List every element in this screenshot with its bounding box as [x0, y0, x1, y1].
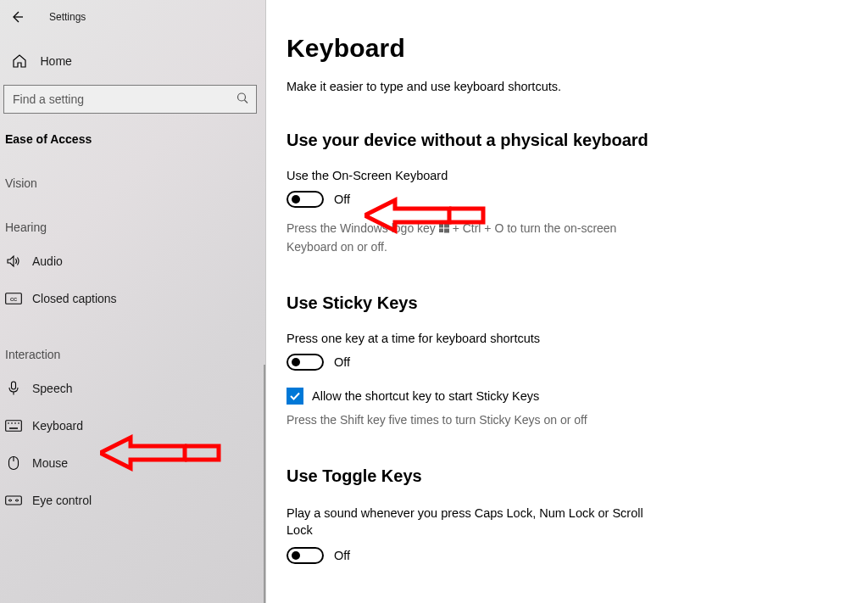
arrow-left-icon — [10, 10, 24, 24]
nav-home-label: Home — [41, 54, 72, 68]
main-panel: Keyboard Make it easier to type and use … — [266, 0, 868, 603]
nav-mouse[interactable]: Mouse — [0, 444, 265, 482]
togglekeys-label: Play a sound whenever you press Caps Loc… — [287, 505, 659, 539]
svg-text:cc: cc — [10, 295, 17, 303]
sidebar-category: Ease of Access — [0, 132, 265, 146]
svg-point-0 — [238, 93, 246, 101]
window-title: Settings — [49, 11, 86, 23]
sticky-toggle[interactable] — [287, 354, 324, 371]
sidebar-divider — [264, 365, 265, 603]
search-input-wrap[interactable] — [3, 85, 257, 114]
svg-rect-17 — [439, 224, 443, 228]
nav-label: Closed captions — [32, 292, 117, 305]
section-heading-osk: Use your device without a physical keybo… — [287, 131, 848, 150]
section-heading-togglekeys: Use Toggle Keys — [287, 466, 848, 486]
nav-label: Speech — [32, 382, 72, 395]
nav-label: Audio — [32, 254, 63, 268]
svg-rect-6 — [6, 421, 22, 432]
sidebar-group-vision: Vision — [0, 176, 265, 190]
cc-icon: cc — [5, 293, 22, 304]
nav-speech[interactable]: Speech — [0, 370, 265, 407]
nav-label: Keyboard — [32, 419, 83, 433]
nav-label: Eye control — [32, 494, 92, 507]
microphone-icon — [5, 381, 22, 396]
nav-eye-control[interactable]: Eye control — [0, 482, 265, 519]
sticky-label: Press one key at a time for keyboard sho… — [287, 332, 848, 345]
page-title: Keyboard — [287, 34, 848, 63]
osk-hint: Press the Windows logo key + Ctrl + O to… — [287, 220, 659, 256]
mouse-icon — [5, 455, 22, 471]
nav-home[interactable]: Home — [0, 44, 265, 78]
eye-control-icon — [5, 494, 22, 506]
search-icon — [236, 92, 249, 108]
nav-closed-captions[interactable]: cc Closed captions — [0, 280, 265, 317]
nav-label: Mouse — [32, 456, 68, 470]
sticky-shortcut-label: Allow the shortcut key to start Sticky K… — [312, 389, 539, 403]
svg-rect-4 — [12, 382, 16, 389]
svg-rect-19 — [439, 228, 443, 232]
sidebar-group-interaction: Interaction — [0, 348, 265, 361]
togglekeys-toggle[interactable] — [287, 547, 324, 564]
sticky-shortcut-hint: Press the Shift key five times to turn S… — [287, 411, 659, 429]
page-subtitle: Make it easier to type and use keyboard … — [287, 80, 848, 93]
sticky-toggle-state: Off — [334, 355, 350, 369]
osk-toggle[interactable] — [287, 191, 324, 208]
back-button[interactable] — [7, 7, 27, 27]
windows-logo-icon — [439, 221, 449, 238]
svg-line-1 — [245, 100, 248, 103]
osk-label: Use the On-Screen Keyboard — [287, 169, 848, 182]
section-heading-sticky: Use Sticky Keys — [287, 293, 848, 313]
speaker-icon — [5, 254, 22, 269]
home-icon — [11, 53, 28, 69]
search-input[interactable] — [13, 92, 227, 106]
checkmark-icon — [289, 390, 301, 402]
keyboard-icon — [5, 420, 22, 432]
osk-toggle-state: Off — [334, 193, 350, 206]
sidebar-group-hearing: Hearing — [0, 221, 265, 234]
togglekeys-toggle-state: Off — [334, 549, 350, 562]
nav-keyboard[interactable]: Keyboard — [0, 407, 265, 444]
sticky-shortcut-checkbox[interactable] — [287, 388, 303, 405]
sidebar: Settings Home Ease of Access Vision Hear… — [0, 0, 266, 603]
nav-audio[interactable]: Audio — [0, 243, 265, 280]
